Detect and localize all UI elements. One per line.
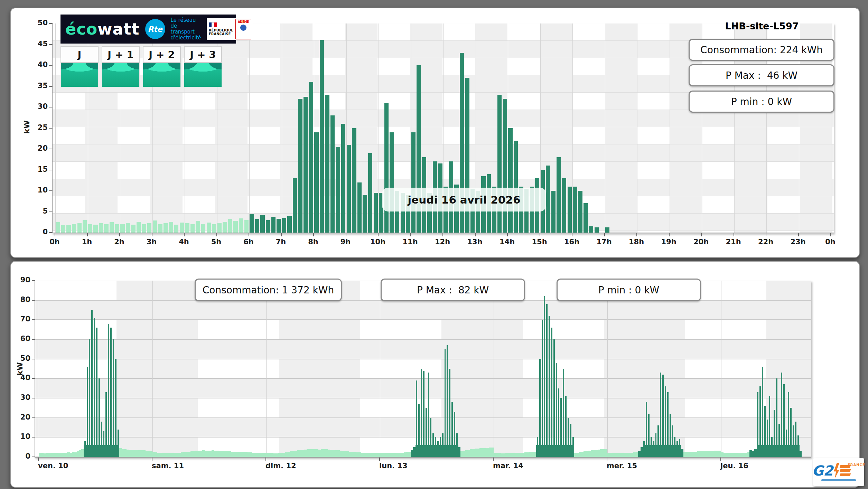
y-tick-label: 20 — [10, 413, 30, 421]
x-tick — [734, 233, 734, 236]
consumption-bar — [589, 226, 593, 233]
consumption-bar — [104, 224, 108, 233]
tab-day-J3[interactable]: J + 3 — [184, 46, 222, 87]
consumption-bar — [347, 145, 351, 233]
y-tick — [49, 232, 53, 233]
x-tick — [249, 233, 249, 236]
x-tick — [766, 233, 766, 236]
x-tick-label: 7h — [276, 238, 286, 246]
consumption-bar — [557, 157, 561, 233]
hour-gridline — [605, 23, 605, 233]
y-gridline — [35, 339, 811, 340]
y-tick-label: 25 — [27, 123, 48, 132]
consumption-bar — [99, 223, 103, 233]
y-gridline — [35, 320, 811, 320]
consumption-bar — [113, 339, 114, 457]
consumption-bar — [447, 345, 448, 457]
x-tick — [313, 233, 314, 236]
consumption-bar — [539, 359, 541, 457]
consumption-bar — [72, 224, 76, 233]
x-tick-label: mer. 15 — [607, 462, 637, 470]
x-tick-label: 14h — [500, 238, 515, 246]
consumption-bar — [423, 371, 424, 457]
consumption-bar — [126, 223, 130, 233]
g2e-wordmark: G2 — [812, 464, 833, 478]
x-tick-label: 5h — [211, 238, 222, 246]
tab-day-J2[interactable]: J + 2 — [143, 46, 181, 87]
lightning-bolt-icon — [834, 463, 839, 478]
y-tick-label: 20 — [27, 144, 48, 152]
consumption-bar — [266, 220, 270, 233]
y-tick-label: 60 — [10, 335, 30, 343]
x-tick-label: 1h — [82, 238, 92, 246]
consumption-bar — [169, 222, 173, 233]
consumption-bar — [605, 227, 609, 233]
consumption-bar — [164, 223, 168, 233]
consumption-bar — [87, 367, 88, 457]
x-tick-label: 4h — [179, 238, 189, 246]
tab-day-J1[interactable]: J + 1 — [102, 46, 140, 87]
y-tick — [49, 128, 53, 129]
x-tick-label: 6h — [243, 238, 254, 246]
consumption-bar — [293, 178, 297, 233]
x-tick-label: ven. 10 — [38, 462, 68, 470]
y-tick — [32, 339, 35, 340]
consumption-bar — [374, 193, 378, 233]
consumption-bar — [662, 375, 664, 457]
france-flag-icon — [209, 22, 217, 27]
consumption-bar-base — [799, 451, 802, 457]
x-tick — [636, 233, 637, 236]
weekly-chart-plot[interactable] — [35, 281, 811, 458]
ecowatt-signal-green-icon — [184, 63, 222, 87]
day-gridline — [152, 281, 153, 457]
consumption-bar — [514, 141, 518, 233]
x-tick-label: 16h — [564, 238, 579, 246]
day-gridline — [721, 281, 721, 457]
consumption-bar — [212, 224, 216, 233]
consumption-bar — [660, 373, 661, 457]
consumption-bar — [368, 153, 372, 233]
consumption-bar — [255, 219, 259, 233]
y-gridline — [35, 359, 811, 359]
tab-day-J[interactable]: J — [60, 46, 99, 87]
x-tick — [607, 458, 607, 461]
consumption-bar — [449, 369, 450, 457]
consumption-bar — [546, 166, 550, 233]
consumption-bar — [352, 128, 356, 233]
consumption-bar — [217, 223, 222, 233]
consumption-bar — [497, 95, 502, 233]
g2e-tagline — [821, 479, 856, 481]
consumption-bar — [244, 220, 249, 233]
y-tick-label: 5 — [27, 207, 48, 215]
hour-gridline — [670, 23, 670, 233]
y-tick — [32, 417, 35, 418]
consumption-bar — [330, 115, 335, 233]
x-tick — [346, 233, 346, 236]
ecowatt-day-tabs: J J + 1 J + 2 J + 3 — [60, 46, 222, 87]
x-tick — [720, 458, 721, 461]
hour-gridline — [282, 23, 282, 233]
y-tick — [49, 23, 53, 24]
consumption-bar — [77, 223, 82, 233]
consumption-bar — [551, 191, 556, 233]
day-gridline — [494, 281, 494, 457]
consumption-bar — [304, 97, 308, 233]
x-tick-label: mar. 14 — [493, 462, 523, 470]
y-tick-label: 40 — [27, 60, 48, 69]
consumption-bar — [573, 187, 577, 233]
y-tick-label: 40 — [10, 374, 30, 382]
consumption-bar — [66, 225, 71, 233]
y-tick — [32, 319, 35, 320]
x-tick-label: 18h — [629, 238, 644, 246]
x-tick — [442, 233, 443, 236]
daily-pmax-stat: P Max : 46 kW — [689, 64, 834, 86]
consumption-bar — [584, 203, 588, 233]
x-tick — [507, 233, 508, 236]
y-tick-label: 30 — [27, 102, 48, 111]
consumption-bar — [108, 324, 109, 457]
y-tick-label: 45 — [27, 40, 48, 48]
ademe-globe-icon — [240, 25, 246, 31]
daily-consumption-stat: Consommation: 224 kWh — [689, 39, 834, 61]
consumption-bar — [508, 128, 512, 233]
consumption-bar — [115, 224, 119, 233]
